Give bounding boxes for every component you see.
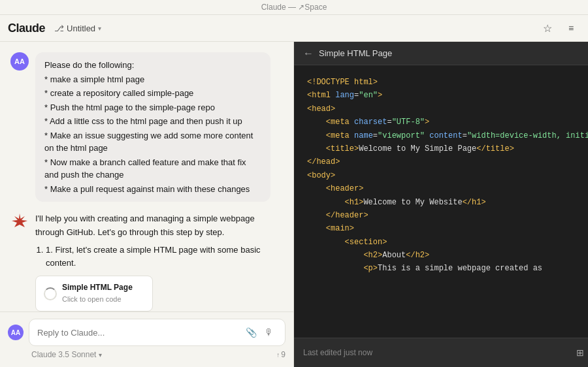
title-bar: Claude — ↗Space [0, 0, 588, 15]
user-line-2: * create a repository called simple-page [44, 87, 261, 100]
token-value: 9 [281, 350, 286, 359]
project-icon: ⎇ [54, 24, 64, 33]
chat-messages: AA Please do the following: * make a sim… [0, 42, 293, 311]
code-line-2: <head> [307, 103, 588, 116]
artifact-header-left: ← Simple HTML Page [303, 48, 392, 59]
code-line-0: <!DOCTYPE html> [307, 76, 588, 89]
claude-starburst-icon [10, 212, 29, 231]
assistant-intro: I'll help you with creating and managing… [35, 212, 277, 240]
assistant-message: I'll help you with creating and managing… [10, 212, 283, 311]
artifact-panel: ← Simple HTML Page ✕ <!DOCTYPE html> <ht… [294, 42, 588, 367]
up-arrow-icon: ↑ [276, 351, 280, 359]
mic-button[interactable]: 🎙 [261, 325, 277, 340]
token-count: ↑ 9 [276, 350, 286, 359]
code-line-11: <main> [307, 222, 588, 235]
window-title: Claude — ↗Space [261, 3, 327, 12]
user-line-3: * Push the html page to the simple-page … [44, 101, 261, 114]
project-name: Untitled [67, 24, 95, 33]
user-avatar: AA [10, 52, 29, 71]
chevron-down-icon: ▾ [98, 25, 101, 32]
code-line-12: <section> [307, 236, 588, 249]
artifact-card[interactable]: Simple HTML Page Click to open code [35, 276, 153, 311]
main-layout: AA Please do the following: * make a sim… [0, 42, 588, 367]
code-line-5: <title>Welcome to My Simple Page</title> [307, 142, 588, 155]
code-line-8: <header> [307, 182, 588, 195]
user-message: AA Please do the following: * make a sim… [10, 52, 283, 202]
user-line-6: * Now make a branch called feature and m… [44, 156, 261, 182]
header-right: ☆ ≡ [538, 19, 580, 37]
code-line-4: <meta name="viewport" content="width=dev… [307, 129, 588, 142]
header-left: Claude ⎇ Untitled ▾ [8, 22, 105, 35]
input-row: AA 📎 🎙 [8, 319, 286, 346]
user-line-5: * Make an issue suggesting we add some m… [44, 129, 261, 155]
user-line-7: * Make a pull request against main with … [44, 183, 261, 196]
model-chevron-icon: ▾ [99, 351, 102, 359]
artifact-footer: Last edited just now ⊞ ↓ Publish [294, 338, 588, 367]
chat-panel: AA Please do the following: * make a sim… [0, 42, 294, 367]
input-avatar: AA [8, 325, 24, 340]
assistant-step: 1. First, let's create a simple HTML pag… [46, 244, 277, 271]
star-button[interactable]: ☆ [538, 19, 557, 37]
code-line-13: <h2>About</h2> [307, 249, 588, 262]
code-line-7: <body> [307, 169, 588, 182]
menu-button[interactable]: ≡ [562, 19, 580, 37]
code-line-1: <html lang="en"> [307, 89, 588, 102]
copy-button[interactable]: ⊞ [571, 343, 588, 362]
attach-button[interactable]: 📎 [243, 325, 259, 340]
back-button[interactable]: ← [303, 48, 314, 59]
input-actions: 📎 🎙 [243, 325, 277, 340]
code-line-9: <h1>Welcome to My Website</h1> [307, 196, 588, 209]
artifact-header: ← Simple HTML Page ✕ [294, 42, 588, 65]
claude-logo: Claude [8, 22, 45, 35]
assistant-content: I'll help you with creating and managing… [35, 212, 277, 311]
code-line-10: </header> [307, 209, 588, 222]
code-line-14: <p>This is a simple webpage created as [307, 262, 588, 275]
code-line-3: <meta charset="UTF-8"> [307, 116, 588, 129]
last-edited-text: Last edited just now [303, 348, 372, 357]
user-line-0: Please do the following: [44, 59, 261, 72]
chat-input-wrapper: 📎 🎙 [29, 319, 286, 346]
code-line-6: </head> [307, 155, 588, 168]
code-content: <!DOCTYPE html> <html lang="en"> <head> … [294, 65, 588, 338]
artifact-panel-title: Simple HTML Page [319, 48, 392, 58]
chat-input[interactable] [37, 328, 243, 338]
claude-avatar [10, 212, 29, 231]
artifact-subtitle: Click to open code [62, 294, 133, 306]
project-selector[interactable]: ⎇ Untitled ▾ [50, 22, 105, 35]
artifact-title: Simple HTML Page [62, 281, 133, 294]
input-bottom-row: Claude 3.5 Sonnet ▾ ↑ 9 [8, 346, 286, 360]
model-selector[interactable]: Claude 3.5 Sonnet ▾ [29, 349, 105, 360]
user-line-1: * make a simple html page [44, 73, 261, 86]
footer-actions: ⊞ ↓ Publish [571, 343, 588, 362]
user-bubble: Please do the following: * make a simple… [35, 52, 270, 202]
model-name: Claude 3.5 Sonnet [31, 350, 96, 359]
user-line-4: * Add a little css to the html page and … [44, 115, 261, 128]
artifact-info: Simple HTML Page Click to open code [62, 281, 133, 306]
top-header: Claude ⎇ Untitled ▾ ☆ ≡ [0, 15, 588, 42]
chat-input-area: AA 📎 🎙 Claude 3.5 Sonnet ▾ ↑ 9 [0, 311, 293, 367]
loading-spinner [44, 287, 57, 300]
